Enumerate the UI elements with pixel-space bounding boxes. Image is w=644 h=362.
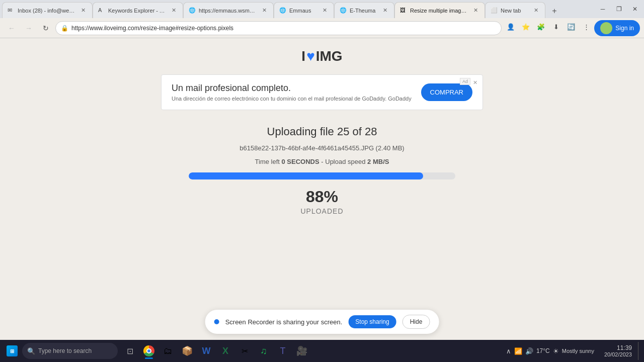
sign-in-label: Sign in <box>615 25 634 32</box>
tab-favicon-etheuma: 🌐 <box>340 7 347 14</box>
tray-chevron[interactable]: ∧ <box>506 347 511 355</box>
hide-button[interactable]: Hide <box>403 315 430 329</box>
bookmark-button[interactable]: ⭐ <box>519 20 533 34</box>
taskbar-app-teams[interactable]: T <box>274 342 292 360</box>
weather-temp: 17°C <box>536 347 550 354</box>
tab-label-inbox: Inbox (28) - info@websuccess.c... <box>18 8 76 14</box>
taskbar-app-snip[interactable]: ✂ <box>235 342 254 360</box>
tab-close-emmaus-shop[interactable]: ✕ <box>260 7 268 15</box>
taskbar: ⊞ 🔍 Type here to search ⊡ 🗂 📦 <box>0 340 644 362</box>
back-button[interactable]: ← <box>4 21 19 36</box>
word-icon: W <box>202 346 211 356</box>
restore-button[interactable]: ❐ <box>612 2 626 16</box>
ad-cta-button[interactable]: COMPRAR <box>421 83 472 101</box>
tabs-area: ✉ Inbox (28) - info@websuccess.c... ✕ A … <box>2 0 592 18</box>
show-desktop-button[interactable] <box>638 342 641 360</box>
ad-badge: Ad <box>460 78 470 85</box>
reload-button[interactable]: ↻ <box>38 21 53 36</box>
tab-favicon-emmaus-shop: 🌐 <box>189 7 196 14</box>
tab-etheuma[interactable]: 🌐 E-Theuma ✕ <box>334 2 394 18</box>
url-text: https://www.iloveimg.com/resize-image#re… <box>71 25 496 32</box>
nav-bar: ← → ↻ 🔒 https://www.iloveimg.com/resize-… <box>0 18 644 38</box>
avatar <box>600 22 612 34</box>
profile-button[interactable]: 👤 <box>504 20 518 34</box>
site-logo: I ♥ IMG <box>301 48 342 64</box>
weather-condition: Mostly sunny <box>562 348 594 354</box>
tab-emmaus-shop[interactable]: 🌐 https://emmaus.wsmalta.eu/sho... ✕ <box>183 2 274 18</box>
taskbar-app-chrome[interactable] <box>140 342 158 360</box>
tab-favicon-newtab: ⬜ <box>491 7 498 14</box>
forward-button[interactable]: → <box>21 21 36 36</box>
tab-keywords[interactable]: A Keywords Explorer - Ahrefs ✕ <box>93 2 183 18</box>
clock-time: 11:39 <box>604 344 632 351</box>
progress-bar-container <box>189 172 455 179</box>
minimize-button[interactable]: ─ <box>596 2 610 16</box>
sync-button[interactable]: 🔄 <box>564 20 578 34</box>
search-placeholder: Type here to search <box>38 347 92 354</box>
excel-icon: X <box>222 346 228 356</box>
browser-frame: ✉ Inbox (28) - info@websuccess.c... ✕ A … <box>0 0 644 362</box>
tab-close-keywords[interactable]: ✕ <box>170 7 178 15</box>
downloads-button[interactable]: ⬇ <box>549 20 563 34</box>
taskbar-search[interactable]: 🔍 Type here to search <box>22 343 118 359</box>
account-icon: 👤 <box>507 23 515 31</box>
window-controls: ─ ❐ ✕ <box>596 2 642 16</box>
tab-resize[interactable]: 🖼 Resize multiple images at once! ✕ <box>394 2 485 18</box>
speed-label: Upload speed <box>325 158 365 165</box>
taskbar-app-winrar[interactable]: 📦 <box>178 342 196 360</box>
taskbar-app-excel[interactable]: X <box>216 342 234 360</box>
tab-label-emmaus: Emmaus <box>289 8 317 14</box>
recorder-message: Screen Recorder is sharing your screen. <box>225 318 343 326</box>
ad-subtitle: Una dirección de correo electrónico con … <box>172 96 413 102</box>
tab-newtab[interactable]: ⬜ New tab ✕ <box>485 2 545 18</box>
stop-sharing-button[interactable]: Stop sharing <box>348 315 396 328</box>
tab-close-inbox[interactable]: ✕ <box>79 7 87 15</box>
logo-i: I <box>301 48 305 64</box>
task-view-icon: ⊡ <box>127 346 133 356</box>
camstudio-icon: 🎥 <box>296 345 307 356</box>
logo-img: IMG <box>316 48 343 64</box>
ad-close-button[interactable]: ✕ <box>470 78 479 87</box>
taskbar-app-task-view[interactable]: ⊡ <box>121 342 139 360</box>
time-left-label: Time left <box>255 158 280 165</box>
teams-icon: T <box>280 346 286 356</box>
taskbar-app-file-manager[interactable]: 🗂 <box>159 342 177 360</box>
windows-icon: ⊞ <box>7 345 18 356</box>
speed-value: 2 MB/S <box>367 158 389 165</box>
sign-in-button[interactable]: Sign in <box>594 20 640 36</box>
snip-icon: ✂ <box>242 346 248 356</box>
upload-meta: Time left 0 SECONDS - Upload speed 2 MB/… <box>161 158 483 165</box>
title-bar: ✉ Inbox (28) - info@websuccess.c... ✕ A … <box>0 0 644 18</box>
upload-title: Uploading file 25 of 28 <box>161 125 483 138</box>
tab-inbox[interactable]: ✉ Inbox (28) - info@websuccess.c... ✕ <box>2 2 93 18</box>
volume-icon[interactable]: 🔊 <box>525 347 533 355</box>
tab-close-emmaus[interactable]: ✕ <box>320 7 329 15</box>
start-button[interactable]: ⊞ <box>3 342 21 360</box>
taskbar-app-word[interactable]: W <box>197 342 215 360</box>
tab-label-keywords: Keywords Explorer - Ahrefs <box>108 8 167 14</box>
ad-text: Un mail profesional completo. Una direcc… <box>172 83 413 102</box>
progress-bar-fill <box>189 172 423 179</box>
chrome-icon <box>143 345 154 356</box>
taskbar-clock[interactable]: 11:39 20/02/2023 <box>600 344 636 357</box>
close-button[interactable]: ✕ <box>628 2 642 16</box>
page-content: I ♥ IMG Ad ✕ Un mail profesional complet… <box>0 38 644 340</box>
tab-label-emmaus-shop: https://emmaus.wsmalta.eu/sho... <box>199 8 257 14</box>
upload-filename: b6158e22-137b-46bf-af4e-4f6461a45455.JPG… <box>161 144 483 152</box>
winrar-icon: 📦 <box>182 345 193 356</box>
settings-button[interactable]: ⋮ <box>579 20 593 34</box>
extensions-button[interactable]: 🧩 <box>534 20 548 34</box>
tab-close-etheuma[interactable]: ✕ <box>381 7 389 15</box>
ad-title: Un mail profesional completo. <box>172 83 413 94</box>
taskbar-app-spotify[interactable]: ♫ <box>255 342 273 360</box>
address-bar[interactable]: 🔒 https://www.iloveimg.com/resize-image#… <box>55 21 502 35</box>
new-tab-button[interactable]: + <box>547 4 561 18</box>
tab-favicon-emmaus: 🌐 <box>279 7 286 14</box>
tab-emmaus[interactable]: 🌐 Emmaus ✕ <box>274 2 334 18</box>
upload-section: Uploading file 25 of 28 b6158e22-137b-46… <box>161 125 483 215</box>
search-icon: 🔍 <box>27 347 35 355</box>
taskbar-app-camstudio[interactable]: 🎥 <box>293 342 311 360</box>
network-icon[interactable]: 📶 <box>514 347 522 355</box>
tab-close-newtab[interactable]: ✕ <box>532 7 540 15</box>
tab-close-resize[interactable]: ✕ <box>471 7 479 15</box>
